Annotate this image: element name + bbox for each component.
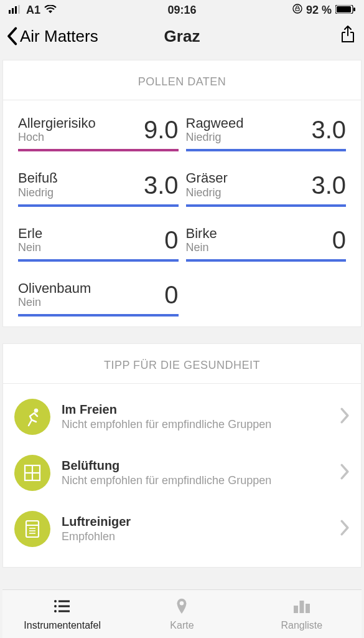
pollen-level: Nein	[18, 296, 91, 309]
pollen-value: 0	[164, 281, 178, 309]
svg-rect-0	[9, 10, 11, 14]
svg-rect-3	[18, 5, 20, 14]
tips-section-header: TIPP FÜR DIE GESUNDHEIT	[3, 344, 361, 384]
svg-rect-18	[58, 600, 70, 602]
tip-subtitle: Empfohlen	[62, 530, 329, 543]
pollen-item: Gräser Niedrig 3.0	[182, 155, 350, 210]
battery-icon	[335, 4, 355, 17]
tab-karte[interactable]: Karte	[122, 590, 241, 638]
pollen-item: Beifuß Niedrig 3.0	[14, 155, 182, 210]
pollen-name: Gräser	[186, 170, 228, 186]
svg-rect-25	[299, 601, 304, 613]
wifi-icon	[44, 4, 57, 17]
pollen-level: Niedrig	[186, 131, 244, 144]
pollen-value: 3.0	[144, 171, 179, 199]
tab-rangliste[interactable]: Rangliste	[242, 590, 362, 638]
pollen-card: POLLEN DATEN Allergierisiko Hoch 9.0 Rag…	[2, 60, 362, 327]
tab-icon	[292, 598, 311, 617]
svg-rect-22	[58, 610, 70, 612]
signal-icon	[9, 4, 22, 17]
svg-point-17	[54, 600, 57, 602]
back-label: Air Matters	[20, 27, 98, 46]
runner-icon	[14, 399, 50, 435]
pollen-item: Olivenbaum Nein 0	[14, 265, 182, 320]
svg-point-21	[54, 610, 57, 612]
svg-rect-12	[26, 521, 39, 537]
pollen-value: 0	[332, 226, 346, 254]
pollen-value: 3.0	[311, 171, 346, 199]
chevron-right-icon	[340, 407, 350, 426]
pollen-item: Erle Nein 0	[14, 211, 182, 265]
tip-item[interactable]: Belüftung Nicht empfohlen für empfindlic…	[12, 445, 352, 501]
svg-rect-2	[15, 6, 17, 14]
svg-rect-26	[306, 604, 310, 613]
svg-point-19	[54, 605, 57, 607]
page-title: Graz	[164, 27, 200, 46]
share-button[interactable]	[339, 26, 357, 47]
svg-rect-6	[337, 6, 351, 12]
tip-title: Belüftung	[62, 459, 329, 473]
tip-subtitle: Nicht empfohlen für empfindliche Gruppen	[62, 474, 329, 487]
svg-rect-7	[353, 7, 355, 11]
battery-percent: 92 %	[306, 4, 332, 17]
pollen-name: Olivenbaum	[18, 280, 91, 296]
svg-rect-1	[12, 8, 14, 14]
carrier-label: A1	[26, 4, 40, 17]
svg-rect-20	[58, 605, 70, 607]
tips-card: TIPP FÜR DIE GESUNDHEIT Im Freien Nicht …	[2, 343, 362, 568]
tab-icon	[172, 598, 191, 617]
pollen-name: Allergierisiko	[18, 115, 96, 131]
pollen-name: Ragweed	[186, 115, 244, 131]
pollen-item: Allergierisiko Hoch 9.0	[14, 100, 182, 155]
pollen-level: Niedrig	[18, 186, 58, 199]
tip-subtitle: Nicht empfohlen für empfindliche Gruppen	[62, 418, 329, 431]
share-icon	[339, 26, 357, 44]
tab-label: Rangliste	[281, 620, 322, 631]
tip-title: Im Freien	[62, 402, 329, 417]
chevron-right-icon	[340, 520, 350, 538]
tab-instrumententafel[interactable]: Instrumententafel	[2, 590, 122, 638]
pollen-item: Ragweed Niedrig 3.0	[182, 100, 350, 155]
nav-bar: Air Matters Graz	[0, 20, 364, 56]
purifier-icon	[14, 511, 50, 547]
pollen-name: Beifuß	[18, 170, 58, 186]
tip-title: Luftreiniger	[62, 515, 329, 529]
tip-item[interactable]: Luftreiniger Empfohlen	[12, 501, 352, 557]
svg-point-23	[180, 601, 184, 606]
svg-point-8	[34, 409, 38, 412]
pollen-value: 9.0	[144, 116, 179, 144]
pollen-item: Birke Nein 0	[182, 211, 350, 265]
tab-icon	[53, 598, 72, 617]
pollen-name: Erle	[18, 226, 42, 241]
pollen-level: Nein	[18, 241, 42, 254]
pollen-value: 0	[164, 226, 178, 254]
tip-item[interactable]: Im Freien Nicht empfohlen für empfindlic…	[12, 389, 352, 445]
tab-label: Instrumententafel	[24, 620, 101, 631]
statusbar-time: 09:16	[167, 4, 196, 17]
pollen-section-header: POLLEN DATEN	[3, 60, 361, 100]
chevron-left-icon	[5, 27, 19, 45]
back-button[interactable]: Air Matters	[5, 27, 98, 46]
pollen-level: Nein	[186, 241, 217, 254]
tab-label: Karte	[170, 620, 194, 631]
orientation-lock-icon	[292, 4, 302, 17]
pollen-name: Birke	[186, 226, 217, 241]
pollen-value: 3.0	[311, 116, 346, 144]
window-icon	[14, 455, 50, 491]
status-bar: A1 09:16 92 %	[0, 0, 364, 20]
chevron-right-icon	[340, 464, 350, 482]
tab-bar: InstrumententafelKarteRangliste	[2, 589, 362, 638]
svg-rect-24	[294, 606, 298, 613]
pollen-level: Hoch	[18, 131, 96, 144]
pollen-level: Niedrig	[186, 186, 228, 199]
